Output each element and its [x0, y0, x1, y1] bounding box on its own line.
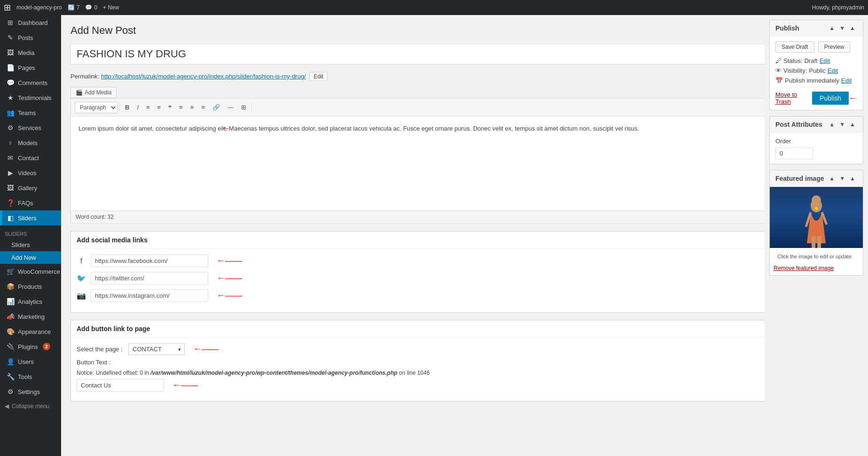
post-attributes-close-btn[interactable]: ▲	[848, 120, 857, 129]
bullet-list-btn[interactable]: ≡	[143, 101, 153, 113]
permalink-edit-btn[interactable]: Edit	[309, 72, 328, 81]
publish-box: Publish ▲ ▼ ▲ Save Draft Preview 🖊 Statu…	[769, 20, 863, 110]
sidebar-item-label: Teams	[18, 109, 36, 116]
sidebar-item-appearance[interactable]: 🎨 Appearance	[0, 324, 61, 339]
publish-close-btn[interactable]: ▲	[848, 24, 857, 32]
page-title: Add New Post	[70, 24, 859, 37]
paragraph-select[interactable]: Paragraph	[75, 102, 117, 113]
comments-count[interactable]: 💬 0	[85, 4, 97, 11]
facebook-input[interactable]	[91, 255, 208, 267]
move-to-trash-link[interactable]: Move to Trash	[775, 91, 812, 105]
button-link-body: Select the page : CONTACT About Home Gal…	[71, 338, 858, 401]
featured-image-up-btn[interactable]: ▲	[827, 174, 837, 183]
sidebar-item-comments[interactable]: 💬 Comments	[0, 75, 61, 90]
sidebar-item-models[interactable]: ♀ Models	[0, 135, 61, 150]
site-name[interactable]: model-agency-pro	[16, 4, 62, 11]
post-attributes-down-btn[interactable]: ▼	[837, 120, 847, 129]
align-left-btn[interactable]: ≡	[176, 101, 186, 113]
sidebar-item-label: Plugins	[18, 343, 38, 350]
align-center-btn[interactable]: ≡	[187, 101, 197, 113]
featured-image-close-btn[interactable]: ▲	[848, 174, 857, 183]
sidebar-item-analytics[interactable]: 📊 Analytics	[0, 294, 61, 309]
word-count: Word count: 32	[76, 214, 114, 220]
models-icon: ♀	[7, 139, 14, 147]
publish-header-btns: ▲ ▼ ▲	[827, 24, 857, 32]
instagram-input[interactable]	[91, 289, 208, 302]
featured-image-preview[interactable]: ←	[770, 187, 863, 248]
button-text-input[interactable]	[77, 379, 164, 392]
sidebar-item-contact[interactable]: ✉ Contact	[0, 150, 61, 165]
twitter-input[interactable]	[91, 272, 208, 285]
sidebar-item-label: Pages	[18, 64, 35, 71]
sidebar-item-services[interactable]: ⚙ Services	[0, 120, 61, 135]
sidebar-item-dashboard[interactable]: ⊞ Dashboard	[0, 15, 61, 30]
main-content: Add New Post ← Permalink: http://localho…	[61, 15, 868, 456]
featured-image-down-btn[interactable]: ▼	[837, 174, 847, 183]
save-draft-btn[interactable]: Save Draft	[775, 41, 814, 53]
plugins-icon: 🔌	[7, 343, 14, 350]
remove-featured-image-link[interactable]: Remove featured image	[770, 265, 863, 275]
numbered-list-btn[interactable]: ≡	[154, 101, 164, 113]
publish-btn[interactable]: Publish	[812, 92, 849, 105]
preview-btn[interactable]: Preview	[818, 41, 851, 53]
twitter-row: 🐦 ←——	[77, 272, 852, 285]
visibility-edit-link[interactable]: Edit	[828, 67, 838, 74]
sidebar-sub-sliders[interactable]: Sliders	[0, 239, 61, 251]
updates-count[interactable]: 🔄 7	[68, 4, 80, 11]
sidebar-item-plugins[interactable]: 🔌 Plugins 3	[0, 339, 61, 354]
table-btn[interactable]: ⊞	[238, 101, 250, 113]
sidebar-item-pages[interactable]: 📄 Pages	[0, 60, 61, 75]
add-media-btn[interactable]: 🎬 Add Media	[70, 87, 117, 98]
sidebar-item-products[interactable]: 📦 Products	[0, 279, 61, 294]
sidebar-item-faqs[interactable]: ❓ FAQs	[0, 195, 61, 210]
new-post-btn[interactable]: + New	[103, 4, 119, 11]
sidebar-item-media[interactable]: 🖼 Media	[0, 45, 61, 60]
hr-btn[interactable]: —	[224, 101, 237, 113]
publish-footer: Move to Trash Publish ←	[775, 87, 857, 105]
post-attributes-up-btn[interactable]: ▲	[827, 120, 837, 129]
sidebar-item-posts[interactable]: ✎ Posts	[0, 30, 61, 45]
publish-edit-link[interactable]: Edit	[841, 77, 852, 84]
sidebar-item-teams[interactable]: 👥 Teams	[0, 105, 61, 120]
editor-content[interactable]: Lorem ipsum dolor sit amet, consectetur …	[71, 116, 858, 210]
facebook-arrow: ←——	[217, 256, 242, 266]
sidebar-item-sliders[interactable]: ◧ Sliders	[0, 210, 61, 225]
status-edit-link[interactable]: Edit	[820, 57, 830, 64]
publish-collapse-up-btn[interactable]: ▲	[827, 24, 837, 32]
bold-btn[interactable]: B	[122, 101, 133, 113]
svg-rect-1	[812, 236, 815, 248]
post-title-input[interactable]	[70, 44, 859, 64]
sliders-icon: ◧	[7, 214, 14, 222]
collapse-menu-btn[interactable]: ◀ Collapse menu	[0, 399, 61, 413]
order-label: Order	[775, 138, 857, 145]
italic-btn[interactable]: I	[133, 101, 142, 113]
blockquote-btn[interactable]: ❝	[165, 101, 175, 113]
sidebar-item-settings[interactable]: ⚙ Settings	[0, 384, 61, 399]
sidebar-sub-add-new[interactable]: Add New	[0, 251, 61, 264]
sidebar-item-videos[interactable]: ▶ Videos	[0, 165, 61, 180]
editor-body-text: Lorem ipsum dolor sit amet, consectetur …	[78, 125, 639, 132]
sidebar-item-tools[interactable]: 🔧 Tools	[0, 369, 61, 384]
wp-logo[interactable]: ⊞	[4, 2, 11, 13]
sidebar-item-label: Media	[18, 49, 34, 56]
settings-icon: ⚙	[7, 388, 14, 395]
sidebar-item-users[interactable]: 👤 Users	[0, 354, 61, 369]
sidebar-item-woocommerce[interactable]: 🛒 WooCommerce	[0, 264, 61, 279]
publish-value: immediately	[807, 77, 839, 84]
post-attributes-box: Post Attributes ▲ ▼ ▲ Order	[769, 116, 863, 164]
align-right-btn[interactable]: ≡	[198, 101, 208, 113]
page-select[interactable]: CONTACT About Home Gallery Services	[128, 343, 185, 355]
link-btn[interactable]: 🔗	[209, 101, 223, 113]
sidebar-item-gallery[interactable]: 🖼 Gallery	[0, 180, 61, 195]
sidebar-item-marketing[interactable]: 📣 Marketing	[0, 309, 61, 324]
publish-collapse-down-btn[interactable]: ▼	[837, 24, 847, 32]
sidebar-item-label: Testimonials	[18, 94, 52, 101]
sidebar-item-label: WooCommerce	[18, 268, 60, 275]
sidebar-item-testimonials[interactable]: ★ Testimonials	[0, 90, 61, 105]
order-input[interactable]	[775, 147, 813, 159]
permalink-url[interactable]: http://localhost/luzuk/model-agency-pro/…	[101, 73, 306, 80]
status-icon: 🖊	[775, 57, 782, 64]
button-text-arrow: ←——	[172, 380, 198, 390]
sidebar-item-label: Marketing	[18, 313, 45, 320]
twitter-arrow: ←——	[217, 273, 242, 283]
